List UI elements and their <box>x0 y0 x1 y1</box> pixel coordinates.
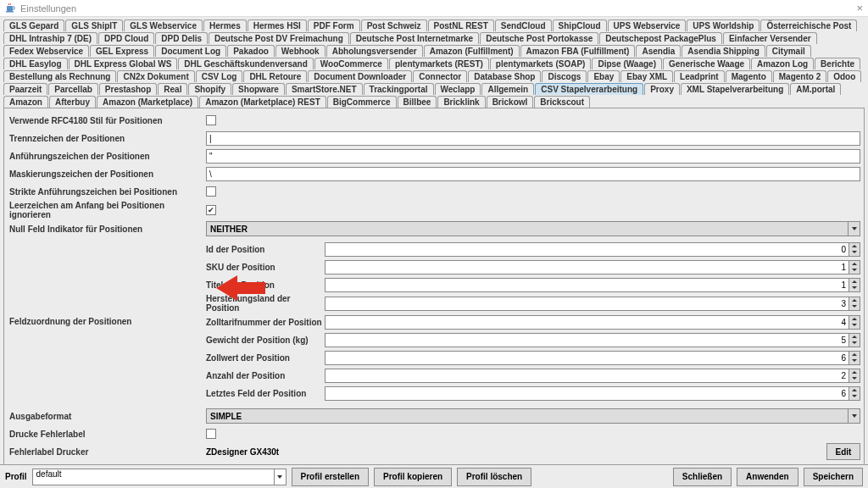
spin-up-icon[interactable] <box>849 369 860 376</box>
tab-item[interactable]: Afterbuy <box>49 96 96 108</box>
tab-item[interactable]: CSV Stapelverarbeitung <box>535 83 643 95</box>
profile-combo[interactable]: default <box>32 469 287 485</box>
spin-down-icon[interactable] <box>849 303 860 310</box>
tab-item[interactable]: Asendia Shipping <box>682 45 765 57</box>
spin-down-icon[interactable] <box>849 340 860 347</box>
tab-item[interactable]: Citymail <box>766 45 811 57</box>
spin-up-icon[interactable] <box>849 297 860 304</box>
tab-item[interactable]: UPS Webservice <box>608 19 687 31</box>
tab-item[interactable]: Proxy <box>644 83 680 95</box>
tab-item[interactable]: Billbee <box>398 96 437 108</box>
field-spinner[interactable] <box>325 260 849 274</box>
tab-item[interactable]: Allgemein <box>481 83 534 95</box>
tab-item[interactable]: Bricklink <box>437 96 485 108</box>
tab-item[interactable]: Post Schweiz <box>361 19 427 31</box>
tab-item[interactable]: Amazon FBA (Fulfillment) <box>520 45 636 57</box>
profile-copy-button[interactable]: Profil kopieren <box>374 468 452 486</box>
tab-item[interactable]: Fedex Webservice <box>3 45 89 57</box>
profile-create-button[interactable]: Profil erstellen <box>292 468 369 486</box>
spin-down-icon[interactable] <box>849 393 860 400</box>
tab-item[interactable]: plentymarkets (REST) <box>389 58 489 69</box>
spin-up-icon[interactable] <box>849 279 860 286</box>
tab-item[interactable]: DHL Intraship 7 (DE) <box>3 32 97 44</box>
tab-item[interactable]: DHL Retoure <box>243 70 307 82</box>
tab-item[interactable]: UPS Worldship <box>687 19 760 31</box>
profile-delete-button[interactable]: Profil löschen <box>457 468 531 486</box>
tab-item[interactable]: Amazon Log <box>751 58 814 69</box>
tab-item[interactable]: Magento <box>726 70 772 82</box>
tab-item[interactable]: Connector <box>413 70 467 82</box>
tab-item[interactable]: SendCloud <box>495 19 552 31</box>
tab-item[interactable]: Real <box>158 83 187 95</box>
tab-item[interactable]: Österreichische Post <box>760 19 857 31</box>
spin-down-icon[interactable] <box>849 322 860 329</box>
checkbox-strikte[interactable] <box>206 186 216 197</box>
tab-item[interactable]: Pakadoo <box>227 45 275 57</box>
tab-item[interactable]: Magento 2 <box>773 70 826 82</box>
tab-item[interactable]: Document Log <box>155 45 226 57</box>
tab-item[interactable]: Ebay <box>587 70 620 82</box>
spin-up-icon[interactable] <box>849 243 860 250</box>
tab-item[interactable]: DHL Geschäftskundenversand <box>178 58 313 69</box>
field-spinner[interactable] <box>325 386 849 401</box>
apply-button[interactable]: Anwenden <box>737 468 798 486</box>
tab-item[interactable]: Prestashop <box>99 83 157 95</box>
close-icon[interactable]: × <box>856 2 863 14</box>
tab-item[interactable]: Dipse (Waage) <box>592 58 662 69</box>
tab-item[interactable]: Webhook <box>275 45 326 57</box>
spin-down-icon[interactable] <box>849 375 860 382</box>
spin-up-icon[interactable] <box>849 316 860 323</box>
tab-item[interactable]: Deutsche Post Portokasse <box>480 32 598 44</box>
field-spinner[interactable] <box>325 278 849 292</box>
tab-item[interactable]: Bestellung als Rechnung <box>3 70 116 82</box>
tab-item[interactable]: Brickscout <box>534 96 590 108</box>
field-spinner[interactable] <box>325 242 849 257</box>
tab-item[interactable]: Shopware <box>232 83 285 95</box>
field-spinner[interactable] <box>325 333 849 347</box>
input-maskierung[interactable] <box>206 167 860 181</box>
input-anfuehrung[interactable] <box>206 149 860 164</box>
tab-item[interactable]: GLS Webservice <box>124 19 203 31</box>
spin-up-icon[interactable] <box>849 261 860 268</box>
tab-item[interactable]: DPD Cloud <box>98 32 154 44</box>
save-button[interactable]: Speichern <box>804 468 863 486</box>
tab-item[interactable]: PDF Form <box>308 19 360 31</box>
tab-item[interactable]: CN2x Dokument <box>117 70 194 82</box>
tab-item[interactable]: Discogs <box>542 70 587 82</box>
tab-item[interactable]: Asendia <box>636 45 681 57</box>
combo-nullfeld[interactable]: NEITHER <box>206 221 860 236</box>
tab-item[interactable]: Amazon (Marketplace) REST <box>199 96 326 108</box>
tab-item[interactable]: Hermes HSI <box>248 19 307 31</box>
tab-item[interactable]: Amazon <box>3 96 48 108</box>
tab-item[interactable]: ShipCloud <box>553 19 607 31</box>
edit-button[interactable]: Edit <box>826 443 860 460</box>
combo-ausgabeformat[interactable]: SIMPLE <box>206 408 860 424</box>
tab-item[interactable]: Odoo <box>827 70 861 82</box>
spin-down-icon[interactable] <box>849 249 860 256</box>
tab-item[interactable]: DHL Express Global WS <box>69 58 178 69</box>
tab-item[interactable]: Amazon (Fulfillment) <box>424 45 520 57</box>
checkbox-drucke[interactable] <box>206 429 216 439</box>
tab-item[interactable]: DHL Easylog <box>3 58 68 69</box>
tab-item[interactable]: plentymarkets (SOAP) <box>490 58 592 69</box>
tab-item[interactable]: XML Stapelverarbeitung <box>681 83 789 95</box>
field-spinner[interactable] <box>325 297 849 311</box>
tab-item[interactable]: GEL Express <box>90 45 154 57</box>
spin-down-icon[interactable] <box>849 358 860 364</box>
input-trennzeichen[interactable] <box>206 131 860 146</box>
spin-down-icon[interactable] <box>849 267 860 274</box>
tab-item[interactable]: Deutsche Post Internetmarke <box>350 32 479 44</box>
tab-item[interactable]: WooCommerce <box>314 58 388 69</box>
spin-down-icon[interactable] <box>849 285 860 291</box>
tab-item[interactable]: Leadprint <box>674 70 725 82</box>
spin-up-icon[interactable] <box>849 352 860 358</box>
tab-item[interactable]: Parcellab <box>48 83 97 95</box>
tab-item[interactable]: Paarzeit <box>3 83 47 95</box>
tab-item[interactable]: Generische Waage <box>663 58 750 69</box>
tab-item[interactable]: Document Downloader <box>308 70 412 82</box>
checkbox-rfc4180[interactable] <box>206 115 216 125</box>
tab-item[interactable]: Brickowl <box>487 96 534 108</box>
tab-item[interactable]: Deutschepost PackagePlus <box>599 32 722 44</box>
tab-item[interactable]: GLS Gepard <box>3 19 64 31</box>
tab-item[interactable]: DPD Delis <box>155 32 208 44</box>
